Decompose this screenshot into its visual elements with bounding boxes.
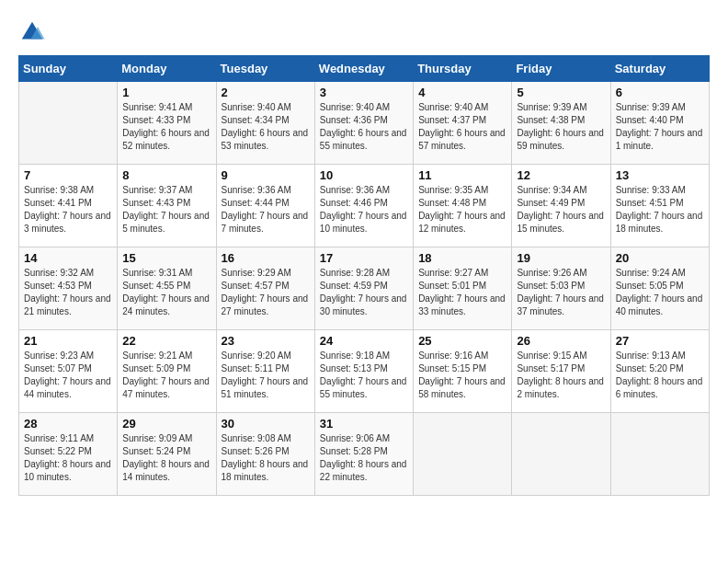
day-number: 20 bbox=[616, 251, 704, 265]
calendar-cell bbox=[19, 82, 118, 165]
day-number: 19 bbox=[517, 251, 605, 265]
day-number: 22 bbox=[122, 334, 210, 348]
day-header-thursday: Thursday bbox=[414, 56, 512, 82]
day-info: Sunrise: 9:18 AMSunset: 5:13 PMDaylight:… bbox=[320, 350, 408, 401]
day-info: Sunrise: 9:35 AMSunset: 4:48 PMDaylight:… bbox=[418, 184, 506, 236]
calendar-cell bbox=[610, 413, 709, 496]
calendar-cell bbox=[414, 413, 512, 496]
day-number: 2 bbox=[222, 86, 310, 99]
calendar-cell: 15 Sunrise: 9:31 AMSunset: 4:55 PMDaylig… bbox=[118, 247, 216, 330]
calendar-cell: 28 Sunrise: 9:11 AMSunset: 5:22 PMDaylig… bbox=[19, 413, 118, 496]
day-number: 7 bbox=[24, 168, 112, 182]
calendar-cell: 16 Sunrise: 9:29 AMSunset: 4:57 PMDaylig… bbox=[216, 247, 314, 330]
calendar-cell bbox=[512, 413, 610, 496]
day-number: 26 bbox=[517, 334, 605, 348]
calendar-cell: 30 Sunrise: 9:08 AMSunset: 5:26 PMDaylig… bbox=[216, 413, 314, 496]
calendar-cell: 12 Sunrise: 9:34 AMSunset: 4:49 PMDaylig… bbox=[512, 165, 610, 247]
day-header-friday: Friday bbox=[512, 56, 610, 82]
day-info: Sunrise: 9:36 AMSunset: 4:44 PMDaylight:… bbox=[222, 184, 310, 236]
day-info: Sunrise: 9:31 AMSunset: 4:55 PMDaylight:… bbox=[122, 267, 210, 318]
calendar-cell: 3 Sunrise: 9:40 AMSunset: 4:36 PMDayligh… bbox=[314, 82, 413, 165]
day-number: 1 bbox=[122, 86, 210, 99]
calendar-cell: 11 Sunrise: 9:35 AMSunset: 4:48 PMDaylig… bbox=[414, 165, 512, 247]
day-number: 24 bbox=[320, 334, 408, 348]
calendar-cell: 24 Sunrise: 9:18 AMSunset: 5:13 PMDaylig… bbox=[314, 330, 413, 413]
calendar-cell: 2 Sunrise: 9:40 AMSunset: 4:34 PMDayligh… bbox=[216, 82, 314, 165]
day-number: 11 bbox=[418, 168, 506, 182]
calendar-cell: 20 Sunrise: 9:24 AMSunset: 5:05 PMDaylig… bbox=[610, 247, 709, 330]
calendar-cell: 10 Sunrise: 9:36 AMSunset: 4:46 PMDaylig… bbox=[314, 165, 413, 247]
calendar-cell: 4 Sunrise: 9:40 AMSunset: 4:37 PMDayligh… bbox=[414, 82, 512, 165]
calendar-week-1: 1 Sunrise: 9:41 AMSunset: 4:33 PMDayligh… bbox=[19, 82, 710, 165]
day-info: Sunrise: 9:40 AMSunset: 4:36 PMDaylight:… bbox=[320, 101, 408, 153]
calendar-cell: 17 Sunrise: 9:28 AMSunset: 4:59 PMDaylig… bbox=[314, 247, 413, 330]
day-number: 5 bbox=[517, 86, 605, 99]
calendar-cell: 5 Sunrise: 9:39 AMSunset: 4:38 PMDayligh… bbox=[512, 82, 610, 165]
day-number: 29 bbox=[122, 417, 210, 431]
day-info: Sunrise: 9:16 AMSunset: 5:15 PMDaylight:… bbox=[418, 350, 506, 401]
day-info: Sunrise: 9:26 AMSunset: 5:03 PMDaylight:… bbox=[517, 267, 605, 318]
page-header bbox=[18, 18, 710, 46]
calendar-table: SundayMondayTuesdayWednesdayThursdayFrid… bbox=[18, 55, 710, 496]
calendar-cell: 13 Sunrise: 9:33 AMSunset: 4:51 PMDaylig… bbox=[610, 165, 709, 247]
day-number: 6 bbox=[616, 86, 704, 99]
day-number: 18 bbox=[418, 251, 506, 265]
day-number: 8 bbox=[122, 168, 210, 182]
calendar-cell: 27 Sunrise: 9:13 AMSunset: 5:20 PMDaylig… bbox=[610, 330, 709, 413]
day-number: 17 bbox=[320, 251, 408, 265]
day-number: 21 bbox=[24, 334, 112, 348]
calendar-cell: 18 Sunrise: 9:27 AMSunset: 5:01 PMDaylig… bbox=[414, 247, 512, 330]
day-number: 3 bbox=[320, 86, 408, 99]
day-number: 15 bbox=[122, 251, 210, 265]
logo bbox=[18, 18, 50, 46]
day-header-tuesday: Tuesday bbox=[216, 56, 314, 82]
day-number: 9 bbox=[222, 168, 310, 182]
calendar-week-2: 7 Sunrise: 9:38 AMSunset: 4:41 PMDayligh… bbox=[19, 165, 710, 247]
day-info: Sunrise: 9:13 AMSunset: 5:20 PMDaylight:… bbox=[616, 350, 704, 401]
day-info: Sunrise: 9:06 AMSunset: 5:28 PMDaylight:… bbox=[320, 432, 408, 484]
calendar-cell: 23 Sunrise: 9:20 AMSunset: 5:11 PMDaylig… bbox=[216, 330, 314, 413]
day-info: Sunrise: 9:21 AMSunset: 5:09 PMDaylight:… bbox=[122, 350, 210, 401]
day-info: Sunrise: 9:36 AMSunset: 4:46 PMDaylight:… bbox=[320, 184, 408, 236]
day-number: 30 bbox=[222, 417, 310, 431]
calendar-cell: 29 Sunrise: 9:09 AMSunset: 5:24 PMDaylig… bbox=[118, 413, 216, 496]
day-number: 25 bbox=[418, 334, 506, 348]
day-header-saturday: Saturday bbox=[610, 56, 709, 82]
calendar-week-3: 14 Sunrise: 9:32 AMSunset: 4:53 PMDaylig… bbox=[19, 247, 710, 330]
day-info: Sunrise: 9:20 AMSunset: 5:11 PMDaylight:… bbox=[222, 350, 310, 401]
calendar-cell: 8 Sunrise: 9:37 AMSunset: 4:43 PMDayligh… bbox=[118, 165, 216, 247]
day-number: 27 bbox=[616, 334, 704, 348]
day-info: Sunrise: 9:11 AMSunset: 5:22 PMDaylight:… bbox=[24, 432, 112, 484]
day-number: 14 bbox=[24, 251, 112, 265]
day-header-monday: Monday bbox=[118, 56, 216, 82]
day-info: Sunrise: 9:37 AMSunset: 4:43 PMDaylight:… bbox=[122, 184, 210, 236]
day-info: Sunrise: 9:38 AMSunset: 4:41 PMDaylight:… bbox=[24, 184, 112, 236]
day-info: Sunrise: 9:39 AMSunset: 4:38 PMDaylight:… bbox=[517, 101, 605, 153]
day-number: 28 bbox=[24, 417, 112, 431]
calendar-cell: 9 Sunrise: 9:36 AMSunset: 4:44 PMDayligh… bbox=[216, 165, 314, 247]
day-number: 13 bbox=[616, 168, 704, 182]
day-number: 10 bbox=[320, 168, 408, 182]
day-info: Sunrise: 9:23 AMSunset: 5:07 PMDaylight:… bbox=[24, 350, 112, 401]
day-info: Sunrise: 9:15 AMSunset: 5:17 PMDaylight:… bbox=[517, 350, 605, 401]
day-info: Sunrise: 9:40 AMSunset: 4:37 PMDaylight:… bbox=[418, 101, 506, 153]
calendar-cell: 6 Sunrise: 9:39 AMSunset: 4:40 PMDayligh… bbox=[610, 82, 709, 165]
calendar-cell: 19 Sunrise: 9:26 AMSunset: 5:03 PMDaylig… bbox=[512, 247, 610, 330]
day-info: Sunrise: 9:41 AMSunset: 4:33 PMDaylight:… bbox=[122, 101, 210, 153]
day-info: Sunrise: 9:24 AMSunset: 5:05 PMDaylight:… bbox=[616, 267, 704, 318]
logo-icon bbox=[18, 18, 46, 46]
day-info: Sunrise: 9:09 AMSunset: 5:24 PMDaylight:… bbox=[122, 432, 210, 484]
day-info: Sunrise: 9:39 AMSunset: 4:40 PMDaylight:… bbox=[616, 101, 704, 153]
day-number: 4 bbox=[418, 86, 506, 99]
calendar-header-row: SundayMondayTuesdayWednesdayThursdayFrid… bbox=[19, 56, 710, 82]
day-info: Sunrise: 9:08 AMSunset: 5:26 PMDaylight:… bbox=[222, 432, 310, 484]
calendar-cell: 31 Sunrise: 9:06 AMSunset: 5:28 PMDaylig… bbox=[314, 413, 413, 496]
calendar-cell: 1 Sunrise: 9:41 AMSunset: 4:33 PMDayligh… bbox=[118, 82, 216, 165]
calendar-cell: 14 Sunrise: 9:32 AMSunset: 4:53 PMDaylig… bbox=[19, 247, 118, 330]
day-number: 23 bbox=[222, 334, 310, 348]
day-info: Sunrise: 9:33 AMSunset: 4:51 PMDaylight:… bbox=[616, 184, 704, 236]
calendar-cell: 26 Sunrise: 9:15 AMSunset: 5:17 PMDaylig… bbox=[512, 330, 610, 413]
day-info: Sunrise: 9:40 AMSunset: 4:34 PMDaylight:… bbox=[222, 101, 310, 153]
calendar-week-5: 28 Sunrise: 9:11 AMSunset: 5:22 PMDaylig… bbox=[19, 413, 710, 496]
calendar-cell: 21 Sunrise: 9:23 AMSunset: 5:07 PMDaylig… bbox=[19, 330, 118, 413]
